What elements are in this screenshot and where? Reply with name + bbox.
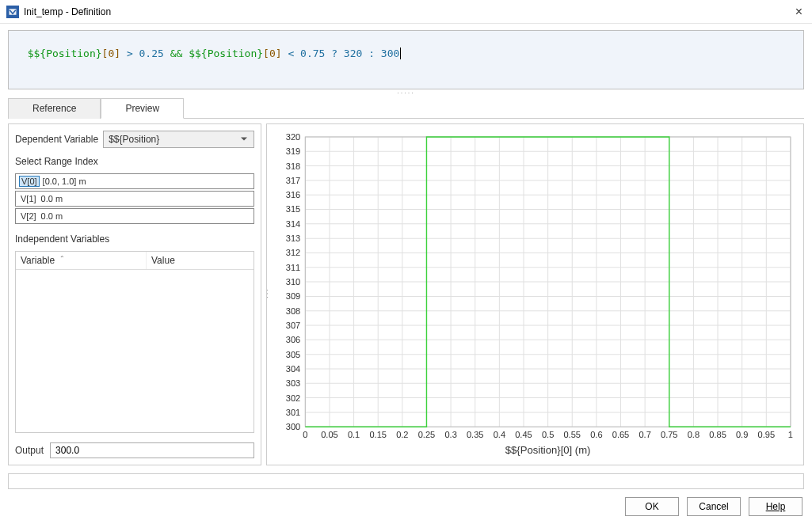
svg-text:0.65: 0.65 — [612, 430, 630, 439]
svg-text:$${Position}[0] (m): $${Position}[0] (m) — [505, 444, 591, 456]
svg-text:0.6: 0.6 — [590, 430, 602, 439]
svg-text:0.95: 0.95 — [758, 430, 776, 439]
svg-text:320: 320 — [286, 132, 300, 142]
svg-text:0.8: 0.8 — [688, 430, 700, 439]
ok-button[interactable]: OK — [625, 497, 679, 516]
range-value: 0.0 m — [41, 194, 250, 203]
svg-text:301: 301 — [286, 408, 300, 417]
svg-text:300: 300 — [286, 422, 300, 431]
svg-text:302: 302 — [286, 393, 300, 403]
column-value[interactable]: Value — [147, 252, 254, 269]
svg-text:316: 316 — [286, 190, 300, 199]
range-index-label: Select Range Index — [15, 156, 254, 167]
svg-text:0.9: 0.9 — [736, 430, 748, 439]
svg-text:307: 307 — [286, 321, 300, 330]
preview-chart-panel: ··· 300301302303304305306307308309310311… — [266, 123, 804, 465]
app-icon — [6, 6, 19, 18]
range-index: V[1] — [19, 194, 38, 203]
svg-text:0.85: 0.85 — [709, 430, 726, 439]
range-value: 0.0 m — [41, 211, 250, 221]
svg-text:1: 1 — [788, 430, 793, 439]
dependent-variable-label: Dependent Variable — [15, 134, 98, 145]
range-row-0[interactable]: V[0][0.0, 1.0] m — [15, 173, 254, 189]
svg-text:312: 312 — [286, 248, 300, 257]
window-title: Init_temp - Definition — [24, 6, 111, 17]
range-row-2[interactable]: V[2]0.0 m — [15, 208, 254, 224]
tab-reference[interactable]: Reference — [8, 98, 101, 119]
svg-text:313: 313 — [286, 234, 300, 243]
svg-text:303: 303 — [286, 378, 300, 388]
tab-preview[interactable]: Preview — [101, 98, 184, 119]
text-cursor — [400, 47, 401, 59]
footer-status-bar — [8, 473, 804, 489]
svg-text:0.5: 0.5 — [542, 430, 554, 439]
svg-text:315: 315 — [286, 205, 300, 215]
dependent-variable-select[interactable]: $${Position} — [103, 131, 254, 148]
svg-text:310: 310 — [286, 277, 300, 287]
independent-variables-table: Variable⌃ Value — [15, 251, 254, 433]
svg-text:311: 311 — [286, 263, 300, 272]
svg-text:317: 317 — [286, 176, 300, 185]
svg-text:309: 309 — [286, 291, 300, 301]
range-value: [0.0, 1.0] m — [43, 177, 250, 186]
svg-text:0.3: 0.3 — [444, 430, 456, 439]
svg-text:0.1: 0.1 — [348, 430, 360, 439]
output-field[interactable] — [50, 442, 254, 458]
sort-caret-icon: ⌃ — [59, 255, 65, 262]
tabs: Reference Preview — [8, 97, 804, 119]
svg-text:0.55: 0.55 — [563, 430, 581, 439]
svg-text:0.05: 0.05 — [321, 430, 338, 439]
vertical-resize-handle[interactable]: ··· — [264, 289, 272, 300]
dependent-variable-value: $${Position} — [109, 134, 159, 145]
independent-variables-label: Independent Variables — [15, 234, 254, 245]
range-row-1[interactable]: V[1]0.0 m — [15, 191, 254, 207]
svg-text:304: 304 — [286, 364, 300, 374]
svg-text:306: 306 — [286, 335, 300, 344]
close-icon[interactable]: × — [792, 5, 806, 19]
svg-text:308: 308 — [286, 306, 300, 316]
svg-text:318: 318 — [286, 161, 300, 171]
left-panel: Dependent Variable $${Position} Select R… — [8, 123, 261, 465]
svg-text:319: 319 — [286, 146, 300, 156]
svg-text:0.35: 0.35 — [467, 430, 484, 439]
svg-text:0.7: 0.7 — [639, 430, 650, 439]
dialog-buttons: OK Cancel Help — [0, 489, 812, 524]
svg-text:0.75: 0.75 — [661, 430, 678, 439]
svg-text:0.4: 0.4 — [494, 430, 505, 439]
range-index: V[2] — [19, 211, 38, 221]
help-button[interactable]: Help — [749, 497, 802, 516]
svg-text:0.2: 0.2 — [396, 430, 408, 439]
cancel-button[interactable]: Cancel — [687, 497, 741, 516]
panels: Dependent Variable $${Position} Select R… — [8, 123, 804, 465]
chart: 3003013023033043053063073083093103113123… — [272, 129, 799, 460]
svg-text:305: 305 — [286, 350, 300, 359]
titlebar: Init_temp - Definition × — [0, 0, 812, 24]
svg-text:0.15: 0.15 — [369, 430, 387, 439]
svg-text:0: 0 — [303, 430, 307, 439]
expression-editor[interactable]: $${Position}[0] > 0.25 && $${Position}[0… — [8, 30, 804, 89]
range-index: V[0] — [19, 176, 40, 187]
horizontal-resize-handle[interactable]: ····· — [0, 89, 812, 97]
svg-text:0.25: 0.25 — [418, 430, 436, 439]
svg-text:0.45: 0.45 — [515, 430, 532, 439]
svg-text:314: 314 — [286, 219, 300, 229]
output-label: Output — [15, 445, 44, 456]
column-variable[interactable]: Variable⌃ — [16, 252, 147, 269]
